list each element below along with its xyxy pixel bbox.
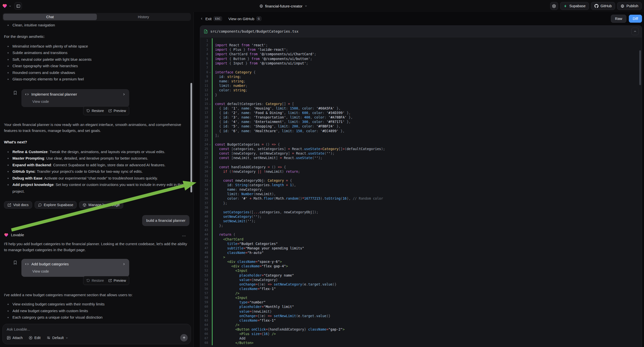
code-editor[interactable]: 12import React from 'react';3import { Pl… <box>200 37 642 347</box>
project-name: financial-future-creator <box>265 4 302 8</box>
view-code-link[interactable]: View code <box>32 268 126 274</box>
exit-button[interactable]: Exit ESC <box>200 16 222 21</box>
supabase-button[interactable]: Supabase <box>560 2 589 10</box>
code-line: 38 <box>200 205 642 210</box>
publish-button[interactable]: Publish <box>617 2 642 10</box>
lovable-logo-icon[interactable] <box>2 4 7 8</box>
code-line: 54 value={newCategory} <box>200 278 642 282</box>
code-line: 8⌄interface Category { <box>200 70 642 74</box>
attach-button[interactable]: Attach <box>7 336 23 340</box>
chat-composer: Attach Edit Default <box>2 324 191 344</box>
edit-mode-button[interactable]: Edit <box>29 336 40 340</box>
explore-supabase-button[interactable]: Explore Supabase <box>34 201 77 208</box>
external-link-icon <box>108 279 112 282</box>
restore-button[interactable]: Restore <box>86 108 104 114</box>
target-icon <box>29 336 32 340</box>
code-line: 46 title="Budget Categories" <box>200 242 642 246</box>
chevron-right-icon[interactable] <box>122 92 126 96</box>
code-line: 48 className="h-auto" <box>200 250 642 255</box>
chat-input[interactable] <box>7 327 187 331</box>
code-view-panel: Exit ESC View on GitHub G Raw Diff src/c… <box>194 12 644 347</box>
diff-toggle-button[interactable]: Diff <box>629 15 642 23</box>
list-item: Minimalist interface with plenty of whit… <box>4 43 190 50</box>
sidebar-toggle-icon[interactable] <box>14 2 22 10</box>
message-menu-icon[interactable]: ... <box>182 232 186 238</box>
restore-button[interactable]: Restore <box>86 278 104 284</box>
send-button[interactable] <box>180 334 188 342</box>
code-line: 66 <Plus size={16} /> <box>200 332 642 336</box>
code-line: 29⌄ const handleAddCategory = () => { <box>200 165 642 169</box>
code-line: 27 const [newLimit, setNewLimit] = React… <box>200 156 642 160</box>
code-line: 44 return ( <box>200 232 642 237</box>
chevron-down-icon[interactable] <box>9 5 12 8</box>
github-button[interactable]: GitHub <box>591 2 615 10</box>
chat-scrollbar[interactable] <box>190 83 192 192</box>
code-line: 2import React from 'react'; <box>200 43 642 47</box>
chevron-right-icon[interactable] <box>122 262 126 266</box>
view-code-link[interactable]: View code <box>32 98 126 104</box>
assistant-name: Lovable <box>11 232 24 238</box>
code-line: 7 <box>200 66 642 70</box>
code-line: 3import { Plus } from 'lucide-react'; <box>200 47 642 52</box>
sliders-icon <box>46 336 50 340</box>
code-line: 39 setCategories([...categories, newCate… <box>200 210 642 214</box>
preview-button[interactable]: Preview <box>108 108 126 114</box>
code-line: 12 color: string; <box>200 88 642 92</box>
code-line: 52 <Input <box>200 268 642 273</box>
file-header[interactable]: src/components/budget/BudgetCategories.t… <box>200 26 642 37</box>
bookmark-icon[interactable] <box>13 90 18 107</box>
code-line: 40 setNewCategory(''); <box>200 214 642 219</box>
list-item: View existing budget categories with the… <box>4 301 190 308</box>
code-line: 65 <Button onClick={handleAddCategory} c… <box>200 327 642 332</box>
model-selector[interactable]: Default <box>46 336 68 340</box>
version-card[interactable]: Add budget categories View code <box>22 259 129 277</box>
code-line: 43 <box>200 228 642 232</box>
image-icon <box>7 336 11 340</box>
chat-messages: Clean, intuitive navigation For the desi… <box>0 21 194 322</box>
code-line: 55 onChange={(e) => setNewCategory(e.tar… <box>200 282 642 286</box>
code-line: 15⌄const defaultCategories: Category[] =… <box>200 102 642 106</box>
collapse-file-button[interactable] <box>631 28 639 35</box>
code-icon <box>25 92 29 96</box>
code-line: 24⌄const BudgetCategories = () => { <box>200 142 642 146</box>
view-on-github-button[interactable]: View on GitHub G <box>228 16 262 21</box>
gear-icon <box>552 4 556 8</box>
bookmark-icon[interactable] <box>13 260 18 277</box>
code-line: 68 </Button> <box>200 340 642 345</box>
tab-chat[interactable]: Chat <box>3 14 97 20</box>
raw-toggle-button[interactable]: Raw <box>611 15 626 23</box>
code-line: 21 { id: '6', name: 'Healthcare', limit:… <box>200 129 642 133</box>
list-item: Master Prompting: Use clear, detailed, a… <box>4 155 190 162</box>
code-line: 20 { id: '5', name: 'Shopping', limit: 2… <box>200 124 642 128</box>
code-line: 64 /> <box>200 322 642 327</box>
code-line: 14 <box>200 97 642 102</box>
project-switcher[interactable]: financial-future-creator <box>260 0 308 12</box>
code-view-toolbar: Exit ESC View on GitHub G Raw Diff <box>194 12 644 26</box>
code-line: 56 className="flex-1" <box>200 286 642 291</box>
tab-history[interactable]: History <box>97 14 190 20</box>
list-item: Glass-morphic elements for a premium fee… <box>4 76 190 83</box>
chat-history-tabs: Chat History <box>2 13 191 21</box>
chevron-down-icon <box>304 4 308 8</box>
file-path: src/components/budget/BudgetCategories.t… <box>210 29 298 33</box>
settings-button[interactable] <box>550 2 558 10</box>
code-line: 19 { id: '4', name: 'Entertainment', lim… <box>200 120 642 124</box>
visit-docs-button[interactable]: Visit docs <box>4 201 32 208</box>
whats-next-list: Refine & Customize: Tweak the design, an… <box>4 148 190 195</box>
version-actions: Restore Preview <box>83 106 129 115</box>
code-scrollbar[interactable] <box>639 50 641 85</box>
code-line: 37 }; <box>200 201 642 205</box>
preview-button[interactable]: Preview <box>108 278 126 284</box>
code-line: 10 name: string; <box>200 79 642 84</box>
file-plus-icon <box>204 29 208 34</box>
version-card[interactable]: Implement financial planner View code <box>22 89 129 107</box>
manage-knowledge-button[interactable]: Manage knowledge <box>79 201 123 208</box>
code-line: 63 className="flex-1" <box>200 318 642 322</box>
globe-icon <box>620 4 624 8</box>
code-line: 11 limit: number; <box>200 84 642 88</box>
code-line: 42 }; <box>200 223 642 228</box>
restore-icon <box>86 279 90 282</box>
arrow-up-icon <box>182 336 186 340</box>
design-bullet-list: Minimalist interface with plenty of whit… <box>4 43 190 83</box>
code-line: 58 <Input <box>200 296 642 300</box>
